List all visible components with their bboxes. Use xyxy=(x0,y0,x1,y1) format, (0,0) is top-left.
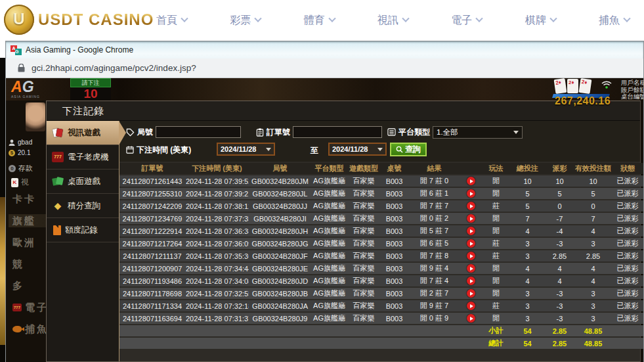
play-video-button[interactable] xyxy=(467,277,475,285)
list-icon xyxy=(387,128,396,136)
dealer-avatar xyxy=(26,102,45,131)
modal-sidebar: 視訊遊戲777電子老虎機桌面遊戲◆積分查詢額度記錄 xyxy=(47,121,119,361)
order-input[interactable] xyxy=(293,126,382,138)
table-row: 2411280712229142024-11-28 07:36:38GB0032… xyxy=(119,225,643,237)
wifi-icon xyxy=(601,80,612,89)
nav-item-2[interactable]: 體育 xyxy=(304,14,335,28)
time-filter-label: 下注時間 (美東) xyxy=(126,143,191,156)
table-row: 2411280711786982024-11-28 07:32:55GB0032… xyxy=(119,288,643,299)
table-row: 2411280711934862024-11-28 07:34:08GB0032… xyxy=(119,275,643,286)
sidebar-item-3[interactable]: ◆積分查詢 xyxy=(47,194,119,218)
round-filter: 局號 xyxy=(126,125,241,139)
nav-item-3[interactable]: 視訊 xyxy=(377,14,408,28)
nav-item-label: 首頁 xyxy=(156,14,177,28)
round-input[interactable] xyxy=(156,126,241,138)
play-video-button[interactable] xyxy=(467,189,475,198)
window-titlebar: AG Asia Gaming - Google Chrome xyxy=(6,41,643,58)
table-row: 2411280712111372024-11-28 07:35:36GB0032… xyxy=(119,250,643,261)
platform-filter: 平台類型 1.全部 xyxy=(387,125,523,139)
table-row: 2411280711636942024-11-28 07:31:37GB0032… xyxy=(119,313,643,324)
coin-icon: $ xyxy=(9,150,15,156)
cards-row: 2♦2♦2♦ xyxy=(555,79,591,93)
play-video-button[interactable] xyxy=(467,214,475,223)
doc-icon xyxy=(53,225,61,235)
nav-item-4[interactable]: 電子 xyxy=(451,14,482,28)
play-video-button[interactable] xyxy=(467,177,475,185)
window-title: Asia Gaming - Google Chrome xyxy=(26,45,133,55)
table-icon xyxy=(52,176,64,187)
clipboard-icon xyxy=(256,128,264,137)
order-filter: 訂單號 xyxy=(256,125,382,139)
search-group: 查詢 xyxy=(390,143,427,156)
tag-icon xyxy=(126,128,135,137)
person-icon xyxy=(9,139,15,146)
bet-prompt: 請下注 xyxy=(70,78,111,87)
user-name-line: gbad xyxy=(9,139,32,146)
site-logo-text: USDT CASINO xyxy=(38,11,154,29)
url-text: gci.2hhapi.com/agingame/pcv2/index.jsp? xyxy=(32,63,196,73)
nav-item-label: 棋牌 xyxy=(525,14,546,28)
playing-card: 2♦ xyxy=(554,78,567,94)
play-video-button[interactable] xyxy=(467,252,475,260)
caret-down-icon xyxy=(513,131,519,134)
game-right-labels: 用戶名稱賬戶餘額桌台編號 xyxy=(621,79,643,101)
screen: U USDT CASINO 首頁彩票體育視訊電子棋牌捕魚 AG Asia Gam… xyxy=(0,0,644,362)
ag-logo: AG ASIA GAMING xyxy=(11,79,40,99)
playing-card: 2♦ xyxy=(579,78,592,94)
ag-favicon: AG xyxy=(11,45,22,55)
chevron-down-icon xyxy=(549,15,557,22)
nav-item-5[interactable]: 棋牌 xyxy=(525,14,556,28)
site-logo[interactable]: U USDT CASINO xyxy=(4,5,154,35)
modal-title: 下注記錄 xyxy=(47,101,640,121)
countdown-value: 10 xyxy=(70,87,111,101)
sidebar-item-0[interactable]: 視訊遊戲 xyxy=(47,121,119,145)
date-from-group: 2024/11/28 xyxy=(217,143,275,156)
bet-records-modal: 下注記錄 視訊遊戲777電子老虎機桌面遊戲◆積分查詢額度記錄 局號 xyxy=(46,101,641,362)
play-video-button[interactable] xyxy=(467,202,475,210)
sidebar-item-4[interactable]: 額度記錄 xyxy=(47,218,119,242)
playing-card: 2♦ xyxy=(567,79,578,93)
table-row: 2411280712009072024-11-28 07:34:44GB0032… xyxy=(119,263,643,274)
filters: 局號 訂單號 平台類型 xyxy=(119,121,640,162)
user-balance-line: $ 20.1 xyxy=(9,149,30,156)
search-icon xyxy=(396,146,403,153)
slot-icon: 777 xyxy=(52,152,64,162)
diamond-icon: ◆ xyxy=(52,200,64,211)
nav-item-1[interactable]: 彩票 xyxy=(230,14,261,28)
nav-item-6[interactable]: 捕魚 xyxy=(599,14,630,28)
chevron-down-icon xyxy=(476,15,483,22)
slot-icon: 777 xyxy=(12,304,22,311)
deposit-icon: 0 xyxy=(9,165,16,172)
fish-icon xyxy=(12,326,22,332)
modal-content: 局號 訂單號 平台類型 xyxy=(119,121,640,361)
platform-select[interactable]: 1.全部 xyxy=(433,126,523,139)
cards-icon xyxy=(52,127,64,138)
play-video-button[interactable] xyxy=(467,289,475,298)
table-row: 2411280712172642024-11-28 07:36:09GB0032… xyxy=(119,238,643,249)
table-balance: 267,240.16 xyxy=(555,95,611,107)
sidebar-item-2[interactable]: 桌面遊戲 xyxy=(47,170,119,194)
nav-item-label: 捕魚 xyxy=(599,14,620,28)
casino-logo-icon: U xyxy=(4,5,34,35)
nav-item-label: 彩票 xyxy=(230,14,251,28)
date-to-select[interactable]: 2024/11/28 xyxy=(328,143,387,156)
search-button[interactable]: 查詢 xyxy=(390,143,427,156)
to-label: 至 xyxy=(311,145,318,156)
table-row: 2411280712347692024-11-28 07:37:35GB0032… xyxy=(119,213,643,224)
lock-icon xyxy=(18,64,25,72)
table-row: 2411280712614432024-11-28 07:39:52GB0032… xyxy=(119,175,643,187)
main-nav: 首頁彩票體育視訊電子棋牌捕魚 xyxy=(156,0,630,41)
deposit-button[interactable]: 0 存款 xyxy=(9,164,33,173)
play-video-button[interactable] xyxy=(467,264,475,273)
table-body: 2411280712614432024-11-28 07:39:52GB0032… xyxy=(119,175,643,349)
play-video-button[interactable] xyxy=(467,227,475,235)
play-video-button[interactable] xyxy=(467,239,475,248)
date-from-select[interactable]: 2024/11/28 xyxy=(217,143,275,156)
sidebar-item-1[interactable]: 777電子老虎機 xyxy=(47,145,119,170)
play-video-button[interactable] xyxy=(467,302,475,310)
nav-item-0[interactable]: 首頁 xyxy=(156,14,187,28)
bet-countdown: 請下注 10 xyxy=(70,78,111,101)
url-bar[interactable]: gci.2hhapi.com/agingame/pcv2/index.jsp? xyxy=(6,58,643,78)
chevron-down-icon xyxy=(255,15,262,22)
play-video-button[interactable] xyxy=(467,314,475,323)
